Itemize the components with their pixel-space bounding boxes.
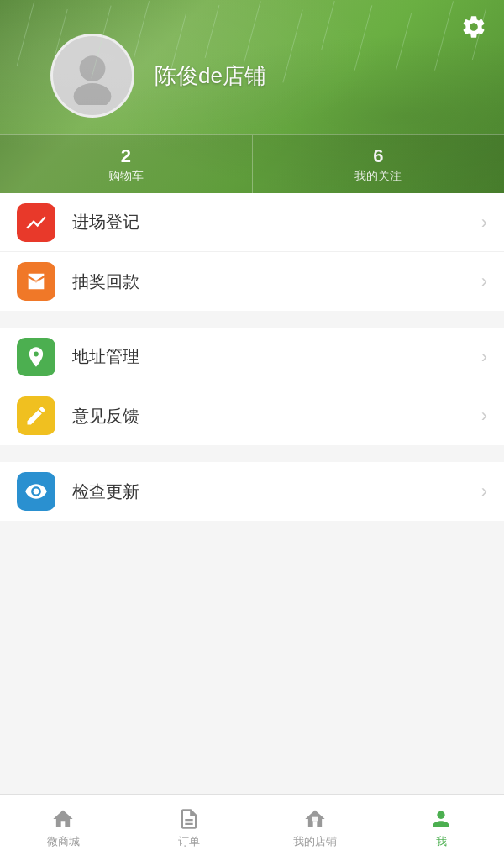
feedback-item[interactable]: 意见反馈 › [0, 386, 504, 445]
svg-rect-3 [31, 281, 41, 282]
svg-rect-2 [31, 283, 35, 285]
location-icon [24, 345, 48, 369]
cart-count: 2 [121, 145, 131, 167]
rain-decoration [0, 0, 504, 193]
stats-bar: 2 购物车 6 我的关注 [0, 134, 504, 193]
avatar[interactable] [50, 34, 134, 118]
feedback-chevron: › [481, 405, 487, 427]
home-icon [51, 807, 75, 831]
menu-section-2: 地址管理 › 意见反馈 › [0, 328, 504, 445]
address-manage-item[interactable]: 地址管理 › [0, 328, 504, 386]
address-manage-icon-box [17, 338, 55, 376]
nav-my-store-label: 我的店铺 [293, 834, 337, 849]
chart-icon [24, 211, 48, 234]
feedback-label: 意见反馈 [72, 405, 481, 428]
shop-icon [303, 807, 327, 831]
eye-icon [24, 480, 48, 503]
check-update-icon-box [17, 472, 55, 511]
favorites-label: 我的关注 [354, 169, 402, 184]
lucky-draw-item[interactable]: 抽奖回款 › [0, 252, 504, 311]
store-icon [24, 270, 48, 293]
store-name: 陈俊de店铺 [155, 61, 266, 91]
list-icon [177, 807, 201, 831]
lucky-draw-label: 抽奖回款 [72, 270, 481, 293]
svg-point-1 [74, 83, 112, 105]
profile-area: 陈俊de店铺 [0, 0, 504, 134]
address-manage-chevron: › [481, 346, 487, 368]
lucky-draw-icon-box [17, 262, 55, 301]
favorites-stat[interactable]: 6 我的关注 [253, 135, 505, 193]
entry-register-label: 进场登记 [72, 211, 481, 234]
menu-section-3: 检查更新 › [0, 462, 504, 521]
main-content: 进场登记 › 抽奖回款 › 地址管理 › [0, 193, 504, 794]
bottom-nav: 微商城 订单 我的店铺 我 [0, 794, 504, 861]
person-icon [429, 807, 453, 831]
nav-my-store[interactable]: 我的店铺 [252, 795, 378, 861]
nav-order-label: 订单 [178, 834, 200, 849]
shopping-cart-stat[interactable]: 2 购物车 [0, 135, 253, 193]
check-update-label: 检查更新 [72, 480, 481, 503]
nav-order[interactable]: 订单 [126, 795, 252, 861]
svg-rect-4 [312, 816, 318, 821]
entry-register-chevron: › [481, 212, 487, 234]
nav-me[interactable]: 我 [378, 795, 504, 861]
cart-label: 购物车 [108, 169, 144, 184]
section-gap-1 [0, 319, 504, 328]
favorites-count: 6 [373, 145, 383, 167]
nav-me-label: 我 [436, 834, 447, 849]
address-manage-label: 地址管理 [72, 345, 481, 368]
menu-section-1: 进场登记 › 抽奖回款 › [0, 193, 504, 311]
svg-point-0 [80, 55, 106, 81]
feedback-icon-box [17, 396, 55, 435]
avatar-icon [63, 46, 122, 105]
edit-icon [24, 404, 48, 428]
nav-micro-mall[interactable]: 微商城 [0, 795, 126, 861]
settings-button[interactable] [460, 13, 487, 40]
entry-register-icon-box [17, 203, 55, 242]
check-update-chevron: › [481, 480, 487, 502]
profile-header: 陈俊de店铺 2 购物车 6 我的关注 [0, 0, 504, 193]
nav-micro-mall-label: 微商城 [47, 834, 80, 849]
check-update-item[interactable]: 检查更新 › [0, 462, 504, 521]
entry-register-item[interactable]: 进场登记 › [0, 193, 504, 252]
section-gap-2 [0, 454, 504, 462]
lucky-draw-chevron: › [481, 270, 487, 292]
